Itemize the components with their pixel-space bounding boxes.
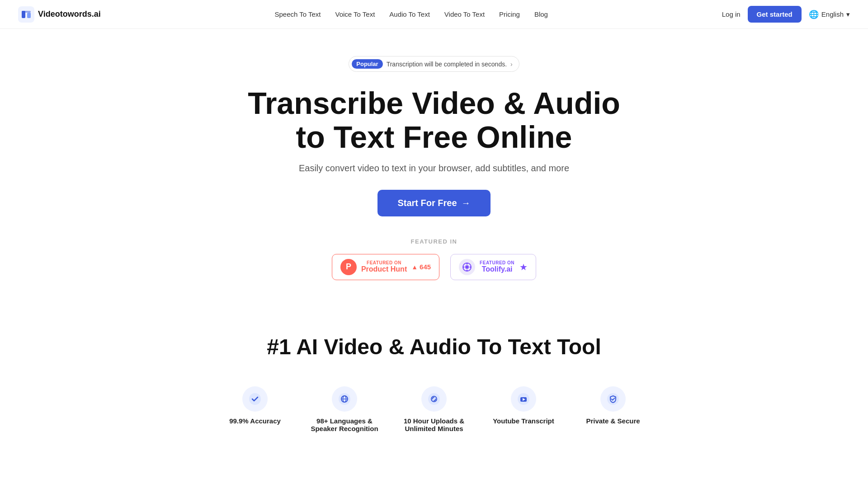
badge-text: Transcription will be completed in secon… [387,61,507,68]
flag-icon: 🌐 [809,9,819,19]
chevron-down-icon: ▾ [846,10,850,19]
logo-icon [18,6,34,23]
hero-section: Popular Transcription will be completed … [0,29,868,298]
featured-badges: P FEATURED ON Product Hunt ▲ 645 [332,254,536,280]
secure-label: Private & Secure [586,417,640,425]
svg-point-5 [465,265,469,269]
ph-arrow-icon: ▲ [411,263,418,271]
feature-secure: Private & Secure [579,386,647,432]
get-started-button[interactable]: Get started [748,6,802,23]
ai-tool-section: #1 AI Video & Audio To Text Tool 99.9% A… [0,298,868,450]
svg-rect-2 [27,13,31,18]
nav-pricing[interactable]: Pricing [499,10,520,18]
svg-point-15 [428,393,440,405]
svg-point-7 [467,269,468,271]
product-hunt-text: FEATURED ON Product Hunt [361,260,407,273]
logo[interactable]: Videotowords.ai [18,6,101,23]
ph-small-label: FEATURED ON [361,260,407,265]
toolify-text: FEATURED ON Toolify.ai [480,260,514,273]
uploads-icon-circle [421,386,447,412]
feature-languages: 98+ Languages & Speaker Recognition [311,386,378,432]
badge-arrow-icon: › [510,61,513,68]
accuracy-label: 99.9% Accuracy [229,417,281,425]
featured-section: FEATURED IN P FEATURED ON Product Hunt ▲… [332,238,536,280]
feature-accuracy: 99.9% Accuracy [221,386,289,432]
feature-uploads: 10 Hour Uploads & Unlimited Minutes [400,386,468,432]
product-hunt-badge[interactable]: P FEATURED ON Product Hunt ▲ 645 [332,254,439,280]
ai-title: #1 AI Video & Audio To Text Tool [18,334,850,359]
logo-text: Videotowords.ai [38,9,101,19]
svg-point-8 [463,266,465,267]
toolify-name-label: Toolify.ai [480,265,514,273]
language-label: English [821,10,844,18]
language-selector[interactable]: 🌐 English ▾ [809,9,850,19]
nav-voice-to-text[interactable]: Voice To Text [335,10,375,18]
announcement-badge[interactable]: Popular Transcription will be completed … [349,56,519,72]
arrow-right-icon: → [462,198,471,208]
svg-point-10 [249,393,261,405]
youtube-label: Youtube Transcript [493,417,554,425]
nav-right: Log in Get started 🌐 English ▾ [722,6,850,23]
svg-rect-0 [18,6,34,23]
hero-subtitle: Easily convert video to text in your bro… [299,163,569,174]
languages-icon-circle [332,386,357,412]
languages-label: 98+ Languages & Speaker Recognition [311,417,378,432]
nav-audio-to-text[interactable]: Audio To Text [389,10,430,18]
toolify-star-icon: ★ [519,262,528,272]
svg-point-6 [467,263,468,264]
toolify-badge[interactable]: FEATURED ON Toolify.ai ★ [450,254,536,280]
ph-count: ▲ 645 [411,263,431,271]
toolify-small-label: FEATURED ON [480,260,514,265]
svg-point-9 [470,266,471,267]
ph-name-label: Product Hunt [361,265,407,273]
login-button[interactable]: Log in [722,10,741,18]
start-free-label: Start For Free [397,198,457,208]
accuracy-icon-circle [242,386,268,412]
product-hunt-icon: P [340,259,357,275]
start-for-free-button[interactable]: Start For Free → [377,190,490,216]
features-grid: 99.9% Accuracy 98+ Languages & Speaker R… [18,386,850,432]
uploads-label: 10 Hour Uploads & Unlimited Minutes [400,417,468,432]
featured-label: FEATURED IN [411,238,458,245]
toolify-icon [459,259,475,275]
feature-youtube: Youtube Transcript [490,386,557,432]
nav-video-to-text[interactable]: Video To Text [444,10,485,18]
secure-icon-circle [600,386,626,412]
nav-speech-to-text[interactable]: Speech To Text [274,10,321,18]
popular-badge: Popular [352,59,382,69]
nav-links: Speech To Text Voice To Text Audio To Te… [274,10,548,18]
svg-rect-3 [22,11,31,13]
hero-title: Transcribe Video & Audio to Text Free On… [231,86,637,154]
youtube-icon-circle [511,386,536,412]
nav-blog[interactable]: Blog [534,10,548,18]
ph-count-value: 645 [420,263,431,271]
